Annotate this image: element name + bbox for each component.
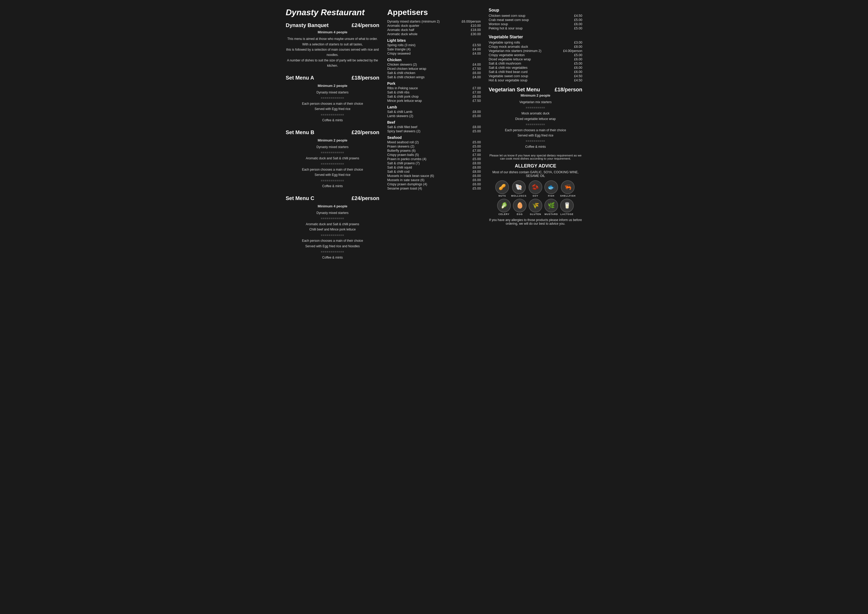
list-item: Crispy seaweed £4.00 [387,51,481,56]
beef-items: Salt & chilli fillet beef £8.00 Spicy be… [387,125,481,133]
veg-set-menu-section: Vegetarian Set Menu £18/person Minimum 2… [489,87,583,150]
appetisers-title: Appetisers [387,8,481,17]
smb-sep-2: ============ [286,161,380,166]
pork-items: Ribs in Peking sauce £7.00 Salt & chilli… [387,86,481,103]
banquet-title: Dynasty Banquet [286,22,329,28]
list-item: Crab meat sweet corn soup £5.00 [489,18,583,22]
list-item: Sate triangle (4) £4.00 [387,47,481,51]
smc-item-1: Dynasty mixed starters [286,210,380,216]
list-item: Salt & chilli ribs £7.00 [387,90,481,95]
set-menu-c-block: Set Menu C £24/person Minimum 4 people D… [286,195,380,260]
list-item: Salt & chilli fried bean curd £6.00 [489,70,583,74]
list-item: Vegetable sweet corn soup £4.50 [489,74,583,78]
dietary-note: Please let us know if you have any speci… [489,154,583,160]
smb-sep-3: ============ [286,178,380,183]
list-item: Crispy prawn balls (5) £7.00 [387,153,481,157]
list-item: Wonton soup £6.00 [489,22,583,26]
banquet-min-people: Minimum 4 people [286,29,380,35]
veg-set-min: Minimum 2 people [489,93,583,98]
allergy-icon-mustard: 🌿 MUSTARD [544,199,558,216]
list-item: Crispy vegetable wonton £5.00 [489,53,583,57]
veg-starter-section: Vegetable Starter Vegetable spring rolls… [489,35,583,82]
list-item: Peking hot & sour soup £5.00 [489,26,583,31]
set-menu-b-price: £20/person [352,129,380,135]
soy-icon: 🫘 [529,180,542,194]
list-item: Aromatic duck quarter £10.00 [387,23,481,28]
list-item: Salt & chilli squid £8.00 [387,165,481,170]
sma-item-1: Dynasty mixed starters [286,90,380,95]
allergy-icons-row-2: 🥬 CELERY 🥚 EGG 🌾 GLUTEN 🌿 MUSTARD 🥛 [489,199,583,216]
list-item: Mince pork lettuce wrap £7.50 [387,99,481,103]
category-chicken: Chicken [387,58,481,62]
allergy-icon-egg: 🥚 EGG [513,199,527,216]
sma-item-3: Served with Egg fried rice [286,106,380,112]
list-item: Salt & chilli prawns (7) £8.00 [387,161,481,165]
allergy-icon-molluscs: 🐚 MOLLUSCS [511,180,527,197]
smb-item-2: Aromatic duck and Salt & chilli prawns [286,156,380,161]
lamb-items: Salt & chilli Lamb £8.00 Lamb skewers (2… [387,110,481,118]
sma-item-4: Coffee & mints [286,118,380,123]
list-item: Salt & chilli cod £8.00 [387,170,481,174]
molluscs-label: MOLLUSCS [511,194,527,197]
nuts-icon: 🥜 [495,180,509,194]
list-item: Prawn skewers (2) £5.00 [387,144,481,149]
allergy-icon-lactose: 🥛 LACTOSE [560,199,574,216]
nuts-label: NUTS [498,194,506,197]
smc-item-2: Aromatic duck and Salt & chilli prawns [286,222,380,227]
list-item: Mussels in sate sauce (6) £6.00 [387,178,481,182]
veg-set-menu-title: Vegetarian Set Menu [489,87,540,93]
list-item: Crispy prawn dumplings (4) £6.00 [387,182,481,186]
list-item: Salt & chilli chicken wings £4.00 [387,75,481,79]
list-item: Chicken sweet corn soup £4.50 [489,14,583,18]
soup-section: Soup Chicken sweet corn soup £4.50 Crab … [489,8,583,31]
list-item: Sesame prawn toast (4) £5.00 [387,186,481,191]
vsm-item-5: Served with Egg fried rice [489,133,583,138]
sma-sep-1: ============ [286,96,380,101]
vsm-item-3: Diced vegetable lettuce wrap [489,116,583,121]
shellfish-icon: 🦐 [561,180,575,194]
set-menu-a-title: Set Menu A [286,75,314,81]
set-menu-c-title: Set Menu C [286,195,315,202]
list-item: Salt & chilli chicken £6.00 [387,71,481,75]
egg-icon: 🥚 [513,199,527,212]
vsm-item-4: Each person chooses a main of their choi… [489,127,583,133]
celery-icon: 🥬 [497,199,511,212]
mustard-label: MUSTARD [544,213,558,216]
set-menu-a-body: Minimum 2 people Dynasty mixed starters … [286,83,380,123]
banquet-block: Dynasty Banquet £24/person Minimum 4 peo… [286,22,380,68]
banquet-desc-4: A number of dishes to suit the size of p… [286,58,380,68]
smc-sep-2: ============ [286,233,380,238]
allergy-icon-shellfish: 🦐 SHELLFISH [560,180,576,197]
smc-item-3: Chilli beef and Mince pork lettuce [286,227,380,232]
allergy-icon-celery: 🥬 CELERY [497,199,511,216]
list-item: Aromatic duck whole £30.00 [387,32,481,36]
allergy-icons-row-1: 🥜 NUTS 🐚 MOLLUSCS 🫘 SOY 🐟 FISH 🦐 [489,180,583,197]
appetiser-top-items: Dynasty mixed starters (minimum 2) £6.00… [387,19,481,36]
list-item: Diced chicken lettuce wrap £7.50 [387,67,481,71]
vsm-sep-1: ========== [489,105,583,110]
category-pork: Pork [387,81,481,85]
allergy-icon-soy: 🫘 SOY [529,180,542,197]
soy-label: SOY [533,194,538,197]
banquet-desc-3: this is followed by a selection of main … [286,47,380,58]
smc-sep-3: ============ [286,250,380,254]
lactose-label: LACTOSE [560,213,574,216]
mustard-icon: 🌿 [544,199,558,212]
allergy-icon-fish: 🐟 FISH [544,180,558,197]
vsm-item-1: Vegetarian mix starters [489,99,583,105]
allergy-section: ALLERGY ADVICE Most of our dishes contai… [489,163,583,225]
right-column: Soup Chicken sweet corn soup £4.50 Crab … [485,5,586,269]
allergy-title: ALLERGY ADVICE [489,163,583,169]
list-item: Vegetable spring rolls £3.00 [489,40,583,45]
list-item: Salt & chilli fillet beef £8.00 [387,125,481,129]
list-item: Aromatic duck half £18.00 [387,28,481,32]
list-item: Mixed seafood roll (2) £5.00 [387,140,481,144]
smc-item-5: Served with Egg fried rice and Noodles [286,243,380,249]
smc-item-4: Each person chooses a main of their choi… [286,238,380,243]
restaurant-title: Dynasty Restaurant [286,8,380,17]
list-item: Mussels in black bean sauce (6) £6.00 [387,174,481,178]
allergy-icon-nuts: 🥜 NUTS [495,180,509,197]
set-menu-c-min: Minimum 4 people [286,203,380,209]
set-menu-c-price: £24/person [352,195,380,202]
veg-starter-title: Vegetable Starter [489,35,583,39]
